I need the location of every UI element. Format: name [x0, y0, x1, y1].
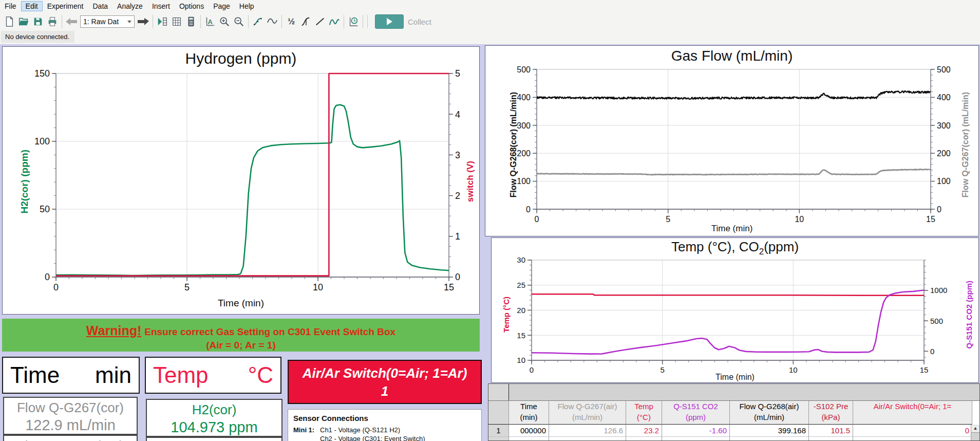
svg-text:0: 0 [937, 205, 941, 214]
gas-flow-x-axis-label: Time (min) [485, 224, 978, 234]
temp-co2-plot-area[interactable]: 101520253005001000051015 [492, 255, 978, 374]
table-cell[interactable]: 399.156 [730, 437, 809, 441]
menu-insert[interactable]: Insert [147, 1, 175, 11]
data-collection-setup-icon[interactable] [346, 14, 361, 29]
svg-text:300: 300 [937, 121, 951, 130]
svg-text:1: 1 [455, 231, 460, 242]
print-icon[interactable] [45, 14, 60, 29]
table-cell[interactable]: 000007 [509, 437, 549, 441]
menu-analyze[interactable]: Analyze [112, 1, 147, 11]
table-cell[interactable]: 399.168 [730, 425, 809, 437]
tangent-icon[interactable] [265, 14, 279, 29]
table-cell[interactable]: 0 [853, 425, 972, 437]
svg-text:2: 2 [455, 191, 460, 201]
warning-line1: Ensure correct Gas Setting on C301 Event… [144, 326, 395, 337]
zoom-in-icon[interactable] [217, 14, 232, 29]
h2-cor-meter-value: 104.973 ppm [147, 419, 281, 436]
svg-text:30: 30 [517, 255, 525, 264]
table-column-header: Flow Q-G268(air)(mL/min) [730, 401, 809, 425]
menu-experiment[interactable]: Experiment [43, 1, 88, 11]
collect-button[interactable] [375, 14, 404, 29]
scroll-up-icon[interactable]: ▲ [971, 425, 979, 433]
table-cell[interactable]: 126.6 [549, 437, 626, 441]
table-row: 2000007126.623.2-1.70399.156101.50 [488, 437, 979, 441]
warning-lead: Warning! [86, 323, 141, 338]
flow-q-g268-meter-label: Flow Q-G268(cor) [4, 438, 137, 441]
run-selector-dropdown[interactable]: 1: Raw Dat [80, 15, 135, 28]
warning-banner: Warning!Ensure correct Gas Setting on C3… [2, 319, 480, 352]
sensor-connections-title: Sensor Connections [293, 414, 476, 422]
integral-icon[interactable] [298, 14, 313, 29]
open-file-icon[interactable] [16, 14, 31, 29]
air-ar-switch-meter[interactable]: Air/Ar Switch(0=Air; 1=Ar) 1 [288, 360, 482, 404]
next-run-icon[interactable] [136, 14, 150, 29]
toolbar: 1: Raw Dat A ½ Collect [0, 12, 980, 31]
menu-help[interactable]: Help [235, 1, 259, 11]
linear-fit-icon[interactable] [313, 14, 327, 29]
hydrogen-chart-panel: Hydrogen (ppm) H2(cor) (ppm) switch (V) … [2, 46, 480, 315]
gas-flow-chart-title: Gas Flow (mL/min) [485, 48, 978, 64]
h2-cor-meter-label: H2(cor) [147, 402, 281, 418]
data-table-icon[interactable] [169, 14, 184, 29]
table-cell[interactable]: 101.5 [809, 437, 853, 441]
flow-q-g267-meter[interactable]: Flow Q-G267(cor) 122.9 mL/min [3, 397, 138, 435]
table-cell[interactable]: -1.60 [662, 425, 730, 437]
svg-text:10: 10 [517, 356, 525, 364]
table-column-header: Temp(°C) [626, 401, 662, 425]
zoom-out-icon[interactable] [232, 14, 246, 29]
table-cell[interactable]: 101.5 [809, 425, 853, 437]
table-column-header: Time(min) [509, 401, 549, 425]
time-meter[interactable]: Time min [2, 357, 140, 394]
sensor-port [293, 435, 320, 441]
hydrogen-plot-area[interactable]: 050100150012345051015 [3, 68, 479, 295]
svg-text:0: 0 [455, 272, 460, 282]
menu-page[interactable]: Page [209, 1, 235, 11]
svg-text:400: 400 [937, 93, 951, 102]
calculator-icon[interactable] [184, 14, 198, 29]
data-table[interactable]: Time(min)Flow Q-G267(air)(mL/min)Temp(°C… [488, 383, 980, 441]
table-cell[interactable]: -1.70 [662, 437, 730, 441]
warning-line2: (Air = 0; Ar = 1) [2, 340, 480, 351]
svg-text:3: 3 [455, 150, 460, 160]
statistics-icon[interactable]: ½ [284, 14, 298, 29]
clipped-meter[interactable] [146, 437, 282, 441]
svg-text:100: 100 [517, 177, 531, 186]
table-cell[interactable]: 0 [853, 437, 972, 441]
svg-text:500: 500 [930, 317, 943, 325]
table-row-number: 1 [488, 425, 509, 437]
air-ar-switch-title: Air/Ar Switch(0=Air; 1=Ar) [289, 365, 481, 381]
menu-options[interactable]: Options [175, 1, 209, 11]
table-cell[interactable]: 23.2 [626, 425, 662, 437]
status-bar: No device connected. [0, 31, 980, 44]
play-icon [387, 18, 392, 25]
menu-edit[interactable]: Edit [21, 1, 43, 11]
save-icon[interactable] [31, 14, 45, 29]
svg-text:150: 150 [34, 68, 50, 79]
table-cell[interactable]: 000000 [509, 425, 549, 437]
next-page-icon[interactable] [155, 14, 169, 29]
autoscale-icon[interactable]: A [203, 14, 217, 29]
svg-text:5: 5 [184, 282, 190, 292]
svg-text:0: 0 [526, 205, 531, 214]
temp-meter[interactable]: Temp °C [145, 357, 281, 394]
table-column-header: -S102 Pre(kPa) [809, 401, 853, 425]
hydrogen-x-axis-label: Time (min) [3, 298, 479, 309]
time-meter-unit: min [95, 362, 131, 388]
curve-fit-icon[interactable] [251, 14, 265, 29]
table-cell[interactable]: 126.6 [549, 425, 626, 437]
menu-file[interactable]: File [0, 1, 21, 11]
svg-text:15: 15 [517, 331, 525, 340]
gas-flow-plot-area[interactable]: 01002003004005000100200300400500051015 [485, 65, 978, 225]
table-cell[interactable]: 23.2 [626, 437, 662, 441]
temp-co2-chart-title: Temp (°C), CO2(ppm) [492, 239, 978, 257]
model-icon[interactable] [327, 14, 342, 29]
svg-text:100: 100 [34, 136, 50, 146]
flow-q-g268-meter[interactable]: Flow Q-G268(cor) [3, 435, 138, 441]
h2-cor-meter[interactable]: H2(cor) 104.973 ppm [146, 399, 282, 437]
menu-data[interactable]: Data [88, 1, 113, 11]
previous-run-icon[interactable] [64, 14, 79, 29]
gas-flow-chart-panel: Gas Flow (mL/min) Flow Q-G268(cor) (mL/m… [485, 45, 979, 236]
table-scrollbar[interactable]: ▲ [971, 425, 979, 440]
table-row-number: 2 [488, 437, 509, 441]
new-file-icon[interactable] [2, 14, 16, 29]
